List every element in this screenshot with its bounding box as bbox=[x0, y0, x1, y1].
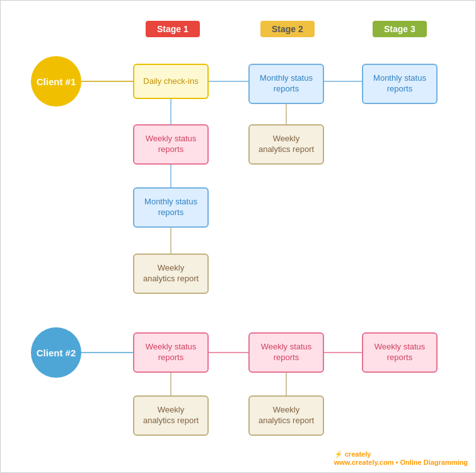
client1: Client #1 bbox=[31, 56, 81, 107]
weekly-analytics-s2[interactable]: Weekly analytics report bbox=[248, 124, 324, 165]
monthly-status-s2[interactable]: Monthly status reports bbox=[248, 64, 324, 104]
weekly-analytics-1[interactable]: Weekly analytics report bbox=[133, 254, 209, 294]
brand-url: www.creately.com • Online Diagramming bbox=[334, 458, 468, 466]
stage2-label: Stage 2 bbox=[260, 21, 315, 37]
stage1-label: Stage 1 bbox=[146, 21, 200, 37]
daily-checkins[interactable]: Daily check-ins bbox=[133, 64, 209, 99]
monthly-status-s3[interactable]: Monthly status reports bbox=[362, 64, 438, 104]
weekly-status-c2-s2[interactable]: Weekly status reports bbox=[248, 332, 324, 373]
monthly-status-1[interactable]: Monthly status reports bbox=[133, 187, 209, 228]
weekly-analytics-c2-s1[interactable]: Weekly analytics report bbox=[133, 395, 209, 436]
weekly-status-c2-s1[interactable]: Weekly status reports bbox=[133, 332, 209, 373]
watermark: ⚡ creately www.creately.com • Online Dia… bbox=[334, 450, 468, 466]
stage3-label: Stage 3 bbox=[373, 21, 427, 37]
brand-name: ⚡ creately bbox=[334, 450, 371, 458]
weekly-status-1[interactable]: Weekly status reports bbox=[133, 124, 209, 165]
weekly-status-c2-s3[interactable]: Weekly status reports bbox=[362, 332, 438, 373]
weekly-analytics-c2-s2[interactable]: Weekly analytics report bbox=[248, 395, 324, 436]
client2: Client #2 bbox=[31, 327, 81, 378]
